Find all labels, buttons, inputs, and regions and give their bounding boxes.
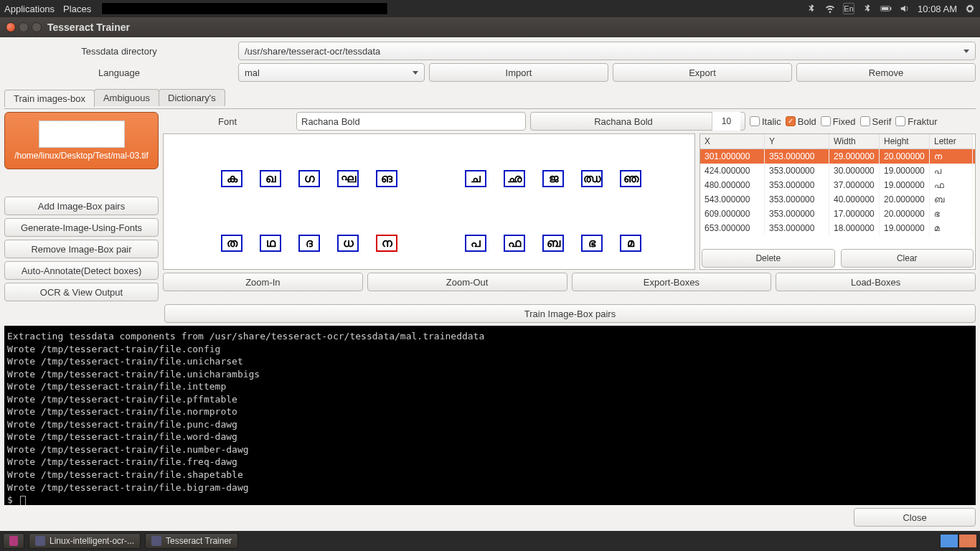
table-row[interactable]: 609.000000353.00000017.00000020.000000ഭ: [700, 207, 975, 221]
delete-box-button[interactable]: Delete: [702, 249, 835, 268]
glyph-box[interactable]: ത: [221, 235, 242, 252]
glyph-box[interactable]: ദ: [298, 235, 320, 252]
glyph-box[interactable]: ഭ: [581, 235, 603, 252]
glyph-box[interactable]: ഝ: [581, 170, 603, 187]
tessdata-dir-combo[interactable]: /usr/share/tesseract-ocr/tessdata: [238, 42, 976, 60]
train-image-box-pairs-button[interactable]: Train Image-Box pairs: [164, 304, 976, 323]
export-boxes-button[interactable]: Export-Boxes: [572, 273, 772, 291]
export-button[interactable]: Export: [613, 63, 792, 82]
glyph-box[interactable]: ഫ: [504, 235, 525, 252]
font-size-value: 10: [712, 112, 740, 131]
bluetooth-icon[interactable]: [806, 3, 817, 14]
table-header: X Y Width Height Letter: [700, 134, 975, 149]
ocr-view-output-button[interactable]: OCR & View Output: [4, 283, 159, 301]
remove-image-box-pair-button[interactable]: Remove Image-Box pair: [4, 240, 159, 258]
cell: പ: [930, 164, 973, 178]
remove-button[interactable]: Remove: [796, 63, 976, 82]
glyph-box[interactable]: ന: [376, 235, 397, 252]
workspace-switcher[interactable]: [940, 534, 977, 548]
app-icon: [35, 536, 45, 546]
glyph-box[interactable]: ധ: [337, 235, 359, 252]
glyph-box[interactable]: ബ: [542, 235, 564, 252]
zoom-in-button[interactable]: Zoom-In: [163, 273, 363, 291]
workspace-1[interactable]: [940, 534, 958, 548]
import-button[interactable]: Import: [429, 63, 608, 82]
image-list-item[interactable]: /home/linux/Desktop/Test/mal-03.tif: [4, 112, 159, 169]
table-row[interactable]: 301.000000353.00000029.00000020.000000ന: [700, 149, 975, 164]
clock[interactable]: 10:08 AM: [918, 4, 957, 14]
glyph-box[interactable]: ഗ: [298, 170, 320, 187]
language-combo[interactable]: mal: [238, 63, 425, 82]
table-row[interactable]: 653.000000353.00000018.00000019.000000മ: [700, 221, 975, 235]
wifi-icon[interactable]: [824, 3, 836, 14]
svg-rect-1: [890, 7, 891, 10]
table-row[interactable]: 543.000000353.00000040.00000020.000000ബ: [700, 192, 975, 207]
cell: ബ: [930, 192, 973, 207]
glyph-box[interactable]: ഛ: [504, 170, 525, 187]
italic-checkbox[interactable]: Italic: [750, 116, 781, 127]
keyboard-layout-indicator[interactable]: En: [843, 3, 854, 14]
notebook-tabs: Train images-box Ambiguous Dictionary's: [4, 89, 976, 106]
cell: 20.000000: [880, 149, 930, 164]
window-minimize-button[interactable]: [19, 22, 29, 32]
glyph-box[interactable]: ഖ: [260, 170, 281, 187]
image-canvas[interactable]: കഖഗഘങചഛജഝഞ തഥദധനപഫബഭമ: [163, 133, 695, 270]
places-menu[interactable]: Places: [63, 4, 91, 14]
taskbar-item-tesseract-trainer[interactable]: Tesseract Trainer: [145, 533, 238, 549]
panel-spectrum-applet: [101, 2, 388, 15]
power-cog-icon[interactable]: [964, 3, 976, 14]
glyph-box[interactable]: ഞ: [620, 170, 641, 187]
cell: 653.000000: [700, 221, 765, 235]
tab-train-images-box[interactable]: Train images-box: [4, 90, 95, 107]
col-height: Height: [880, 134, 930, 149]
font-label: Font: [163, 116, 292, 127]
font-name-input[interactable]: Rachana Bold: [296, 112, 526, 131]
table-row[interactable]: 424.000000353.00000030.00000019.000000പ: [700, 164, 975, 178]
col-x: X: [700, 134, 765, 149]
tab-ambiguous[interactable]: Ambiguous: [94, 89, 159, 106]
battery-icon[interactable]: [880, 3, 892, 14]
tab-dictionarys[interactable]: Dictionary's: [159, 89, 225, 106]
add-image-box-pairs-button[interactable]: Add Image-Box pairs: [4, 197, 159, 215]
glyph-box[interactable]: ജ: [542, 170, 564, 187]
sound-icon[interactable]: [899, 3, 910, 14]
cell: 609.000000: [700, 207, 765, 221]
window-maximize-button[interactable]: [32, 22, 42, 32]
load-boxes-button[interactable]: Load-Boxes: [776, 273, 976, 291]
glyph-box[interactable]: ക: [221, 170, 242, 187]
close-button[interactable]: Close: [854, 508, 976, 527]
generate-image-using-fonts-button[interactable]: Generate-Image-Using-Fonts: [4, 218, 159, 237]
bluetooth-icon-2[interactable]: [862, 3, 873, 14]
glyph-box[interactable]: ഘ: [337, 170, 359, 187]
cell: 37.000000: [829, 178, 880, 192]
glyph-box[interactable]: ഥ: [260, 235, 281, 252]
col-y: Y: [765, 134, 829, 149]
cell: 20.000000: [880, 207, 930, 221]
window-close-button[interactable]: [6, 22, 16, 32]
clear-boxes-button[interactable]: Clear: [841, 249, 974, 268]
glyph-box[interactable]: മ: [620, 235, 641, 252]
boxes-table[interactable]: X Y Width Height Letter 301.000000353.00…: [699, 133, 976, 270]
svg-rect-2: [882, 7, 888, 10]
glyph-box[interactable]: ച: [465, 170, 486, 187]
auto-annotate-button[interactable]: Auto-Annotate(Detect boxes): [4, 261, 159, 280]
fraktur-checkbox[interactable]: Fraktur: [895, 116, 937, 127]
zoom-out-button[interactable]: Zoom-Out: [367, 273, 567, 291]
font-picker-button[interactable]: Rachana Bold 10: [530, 112, 745, 131]
image-thumbnail: [39, 121, 125, 148]
glyph-box[interactable]: ങ: [376, 170, 397, 187]
cell: 353.000000: [765, 178, 829, 192]
taskbar-item-liocr[interactable]: Linux-intelligent-ocr-...: [29, 533, 141, 549]
glyph-box[interactable]: പ: [465, 235, 486, 252]
window-titlebar[interactable]: Tesseract Trainer: [0, 17, 980, 37]
fixed-checkbox[interactable]: Fixed: [821, 116, 856, 127]
bold-checkbox[interactable]: Bold: [786, 116, 816, 127]
workspace-2[interactable]: [958, 534, 977, 548]
show-desktop-button[interactable]: [3, 533, 24, 549]
serif-checkbox[interactable]: Serif: [860, 116, 892, 127]
image-path-label: /home/linux/Desktop/Test/mal-03.tif: [14, 151, 149, 161]
cell: 19.000000: [880, 221, 930, 235]
table-row[interactable]: 480.000000353.00000037.00000019.000000ഫ: [700, 178, 975, 192]
output-terminal[interactable]: Extracting tessdata components from /usr…: [4, 326, 976, 505]
applications-menu[interactable]: Applications: [4, 4, 55, 14]
